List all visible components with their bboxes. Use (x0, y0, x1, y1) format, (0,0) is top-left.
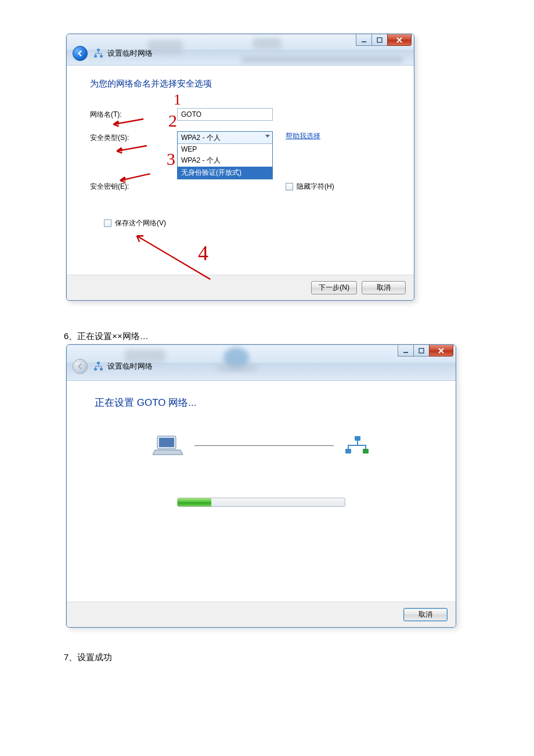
svg-rect-12 (355, 436, 360, 441)
minimize-button[interactable] (398, 345, 414, 357)
dropdown-arrow-icon (265, 135, 270, 138)
svg-rect-0 (97, 49, 100, 51)
svg-rect-6 (94, 368, 97, 370)
close-button[interactable] (387, 34, 412, 46)
security-type-label: 安全类型(S): (90, 131, 177, 143)
adhoc-setup-dialog: 设置临时网络 为您的网络命名并选择安全选项 网络名(T): 安全类型(S): W… (66, 34, 414, 301)
dialog-footer: 下一步(N) 取消 (67, 275, 414, 300)
window-title: 设置临时网络 (107, 48, 153, 59)
window-controls (398, 345, 453, 357)
step6-caption: 6、正在设置××网络… (64, 331, 470, 342)
security-key-label: 安全密钥(E): (90, 182, 177, 192)
svg-rect-3 (362, 41, 366, 42)
svg-rect-1 (94, 55, 97, 57)
progress-heading: 正在设置 GOTO 网络... (95, 396, 428, 409)
progress-bar (177, 498, 345, 507)
svg-rect-2 (100, 55, 103, 57)
maximize-button[interactable] (413, 345, 430, 357)
annotation-1: 1 (174, 91, 181, 109)
network-name-input[interactable] (177, 108, 273, 121)
network-name-label: 网络名(T): (90, 110, 177, 120)
cancel-button[interactable]: 取消 (403, 608, 448, 621)
network-icon (93, 48, 104, 59)
hide-chars-label: 隐藏字符(H) (297, 182, 334, 192)
row-save-network: 保存这个网络(V) (104, 218, 391, 228)
back-button[interactable] (73, 46, 88, 61)
network-icon (93, 361, 104, 372)
svg-rect-14 (363, 449, 369, 453)
save-network-checkbox[interactable] (104, 219, 111, 227)
device-connection-row (95, 434, 428, 457)
dialog-body: 正在设置 GOTO 网络... (67, 381, 456, 602)
annotation-4: 4 (198, 241, 208, 265)
titlebar: 设置临时网络 (67, 345, 456, 381)
titlebar: 设置临时网络 (67, 34, 414, 66)
svg-rect-5 (97, 362, 100, 364)
connection-line (194, 445, 334, 446)
dialog-footer: 取消 (67, 602, 456, 627)
save-network-label: 保存这个网络(V) (115, 218, 166, 228)
minimize-button[interactable] (356, 34, 372, 46)
back-button (73, 359, 88, 374)
step7-caption: 7、设置成功 (64, 652, 470, 663)
security-option-open[interactable]: 无身份验证(开放式) (178, 167, 272, 179)
svg-rect-11 (159, 438, 174, 447)
progress-fill (178, 498, 211, 506)
security-option-wpa2[interactable]: WPA2 - 个人 (178, 154, 272, 167)
dialog-body: 为您的网络命名并选择安全选项 网络名(T): 安全类型(S): WPA2 - 个… (67, 66, 414, 275)
svg-rect-9 (419, 348, 424, 353)
laptop-icon (151, 434, 184, 457)
maximize-button[interactable] (371, 34, 388, 46)
hide-chars-checkbox[interactable] (286, 183, 293, 190)
security-option-wep[interactable]: WEP (178, 144, 272, 154)
cancel-button[interactable]: 取消 (362, 281, 406, 294)
svg-rect-8 (403, 352, 408, 353)
row-network-name: 网络名(T): (90, 108, 391, 121)
window-controls (356, 34, 412, 46)
page-heading: 为您的网络命名并选择安全选项 (90, 78, 391, 89)
window-title: 设置临时网络 (107, 361, 153, 372)
network-icon (344, 435, 371, 456)
annotation-2: 2 (168, 111, 177, 131)
security-type-list: WEP WPA2 - 个人 无身份验证(开放式) (178, 143, 272, 179)
next-button[interactable]: 下一步(N) (311, 281, 357, 294)
svg-rect-13 (345, 449, 351, 453)
security-type-combo[interactable]: WPA2 - 个人 WEP WPA2 - 个人 无身份验证(开放式) (177, 131, 273, 179)
svg-rect-4 (377, 38, 382, 42)
security-type-selected: WPA2 - 个人 (181, 133, 221, 143)
close-button[interactable] (429, 345, 453, 357)
svg-rect-7 (100, 368, 103, 370)
help-choose-link[interactable]: 帮助我选择 (286, 131, 320, 141)
row-security-type: 安全类型(S): WPA2 - 个人 WEP WPA2 - 个人 无身份验证(开… (90, 131, 391, 179)
row-security-key: 安全密钥(E): 隐藏字符(H) (90, 182, 391, 192)
annotation-3: 3 (167, 149, 175, 169)
adhoc-progress-dialog: 设置临时网络 正在设置 GOTO 网络... (66, 344, 456, 628)
